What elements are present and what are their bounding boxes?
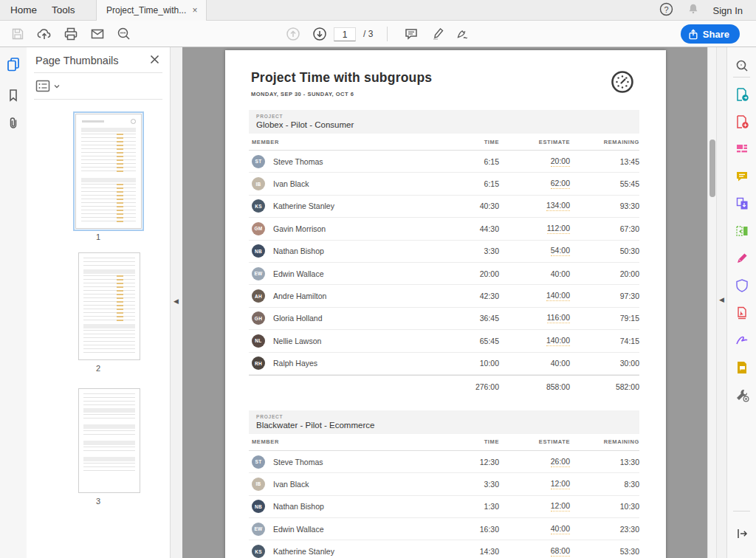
time-value: 12:30 [428, 458, 499, 466]
compress-pdf-icon[interactable] [734, 305, 750, 321]
comment-icon[interactable] [734, 168, 750, 185]
avatar: GM [252, 222, 265, 235]
tab-tools[interactable]: Tools [52, 0, 75, 21]
estimate-value: 12:00 [499, 501, 570, 512]
send-comments-icon[interactable] [734, 359, 750, 376]
certificates-icon[interactable] [734, 332, 750, 348]
avatar: GH [252, 311, 265, 325]
member-name: Nathan Bishop [273, 247, 324, 255]
report-body: PROJECT Globex - Pilot - Consumer MEMBER… [225, 110, 666, 558]
remaining-value: 50:30 [570, 247, 639, 255]
totals-time: 276:00 [428, 382, 499, 391]
export-pdf-icon[interactable] [734, 86, 750, 103]
close-tab-icon[interactable]: × [190, 5, 200, 16]
remaining-value: 53:30 [570, 547, 639, 556]
more-tools-icon[interactable] [734, 387, 750, 403]
email-icon[interactable] [89, 25, 106, 43]
comment-tool-icon[interactable] [402, 25, 420, 43]
member-row[interactable]: ST Steve Thomas 6:15 20:00 13:45 [249, 151, 639, 173]
member-row[interactable]: GM Gavin Morrison 44:30 112:00 67:30 [249, 218, 639, 240]
share-button[interactable]: Share [681, 24, 740, 44]
avatar: AH [252, 289, 265, 303]
avatar: KS [252, 545, 265, 558]
tab-document[interactable]: Project_Time_with... × [96, 0, 207, 21]
member-row[interactable]: AH Andre Hamilton 42:30 140:00 97:30 [249, 285, 639, 307]
document-canvas[interactable]: Project Time with subgroups MONDAY, SEP … [182, 47, 707, 558]
attachments-icon[interactable] [5, 115, 21, 131]
expand-right-panel-icon[interactable]: ◀ [719, 296, 724, 303]
combine-files-icon[interactable] [734, 196, 750, 212]
sign-tool-icon[interactable] [454, 25, 472, 43]
page-thumbnails-icon[interactable] [5, 56, 21, 72]
member-row[interactable]: RH Ralph Hayes 10:00 40:00 30:00 [249, 353, 639, 375]
page-thumbnail-1[interactable] [75, 114, 142, 229]
member-row[interactable]: KS Katherine Stanley 40:30 134:00 93:30 [249, 196, 639, 218]
edit-pdf-icon[interactable] [734, 141, 750, 157]
left-panel-splitter[interactable]: ◀ [171, 47, 182, 558]
notifications-bell-icon[interactable] [687, 2, 700, 18]
highlight-tool-icon[interactable] [429, 25, 447, 43]
project-name: Globex - Pilot - Consumer [256, 120, 632, 129]
fill-sign-icon[interactable] [734, 250, 750, 266]
estimate-value: 12:00 [499, 479, 570, 489]
time-value: 40:30 [428, 202, 499, 210]
zoom-tool-icon[interactable] [115, 25, 133, 43]
date-range: MONDAY, SEP 30 - SUNDAY, OCT 6 [251, 91, 639, 97]
tab-home[interactable]: Home [10, 0, 37, 21]
member-row[interactable]: GH Gloria Holland 36:45 116:00 79:15 [249, 308, 639, 330]
create-pdf-icon[interactable] [734, 114, 750, 130]
remaining-value: 20:00 [570, 269, 639, 278]
bookmarks-icon[interactable] [5, 87, 21, 103]
time-value: 6:15 [428, 157, 499, 166]
time-value: 1:30 [428, 502, 499, 511]
expand-panel-icon[interactable] [734, 526, 750, 542]
remaining-value: 23:30 [570, 525, 639, 534]
totals-row: 276:00 858:00 582:00 [249, 375, 639, 398]
estimate-value: 40:00 [499, 269, 570, 278]
sign-in-button[interactable]: Sign In [713, 5, 743, 16]
organize-pages-icon[interactable] [734, 223, 750, 239]
avatar: EW [252, 267, 265, 280]
page-thumbnail-1-label: 1 [27, 232, 170, 241]
collapse-left-panel-icon[interactable]: ◀ [173, 297, 179, 305]
page-thumbnail-3[interactable] [78, 388, 140, 493]
page-down-icon[interactable] [311, 25, 329, 43]
vertical-scrollbar[interactable] [707, 47, 716, 558]
help-icon[interactable]: ? [659, 2, 673, 19]
member-row[interactable]: KS Katherine Stanley 14:30 68:00 53:30 [249, 540, 639, 558]
member-row[interactable]: NB Nathan Bishop 3:30 54:00 50:30 [249, 241, 639, 263]
remaining-value: 13:45 [570, 157, 639, 166]
print-icon[interactable] [62, 25, 80, 43]
right-panel-splitter[interactable]: ◀ [716, 47, 726, 558]
page-count-label: / 3 [363, 27, 373, 41]
member-name: Gloria Holland [273, 314, 323, 323]
save-icon[interactable] [9, 25, 27, 43]
close-panel-icon[interactable] [149, 54, 161, 66]
cloud-upload-icon[interactable] [35, 25, 53, 43]
member-row[interactable]: ST Steve Thomas 12:30 26:00 13:30 [249, 451, 639, 473]
member-row[interactable]: EW Edwin Wallace 16:30 40:00 23:30 [249, 518, 639, 540]
member-row[interactable]: NB Nathan Bishop 1:30 12:00 10:30 [249, 496, 639, 518]
estimate-value: 140:00 [499, 336, 570, 346]
project-label: PROJECT [256, 414, 632, 419]
member-row[interactable]: EW Edwin Wallace 20:00 40:00 20:00 [249, 263, 639, 285]
member-row[interactable]: IB Ivan Black 6:15 62:00 55:45 [249, 173, 639, 195]
member-name: Edwin Wallace [273, 269, 323, 278]
protect-icon[interactable] [734, 278, 750, 294]
remaining-value: 93:30 [570, 202, 639, 210]
thumbnail-options-icon[interactable] [35, 78, 65, 94]
scrollbar-thumb[interactable] [709, 140, 715, 197]
timer-clock-icon [610, 69, 635, 97]
member-row[interactable]: IB Ivan Black 3:30 12:00 8:30 [249, 473, 639, 495]
left-rail [0, 47, 27, 558]
column-header-remaining: REMAINING [570, 139, 639, 145]
page-thumbnail-2[interactable] [78, 252, 140, 360]
right-rail [726, 47, 756, 558]
avatar: NB [252, 500, 265, 513]
search-icon[interactable] [734, 58, 750, 74]
member-row[interactable]: NL Nellie Lawson 65:45 140:00 74:15 [249, 330, 639, 352]
rail-divider [733, 511, 750, 512]
member-name: Steve Thomas [273, 157, 323, 166]
page-up-icon[interactable] [284, 25, 302, 43]
page-number-input[interactable] [334, 27, 356, 41]
